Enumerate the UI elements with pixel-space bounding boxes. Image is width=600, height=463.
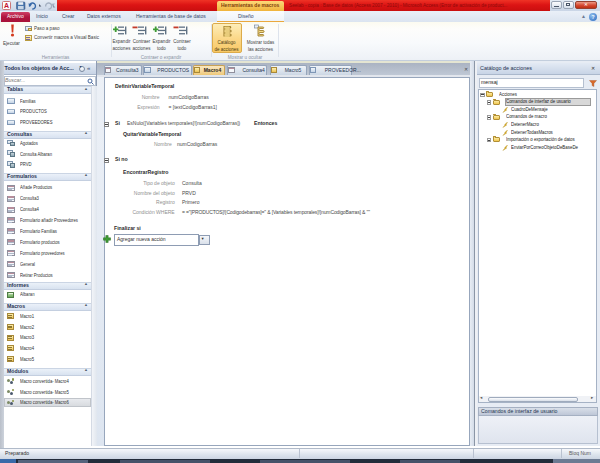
svg-text:A: A xyxy=(4,2,9,9)
